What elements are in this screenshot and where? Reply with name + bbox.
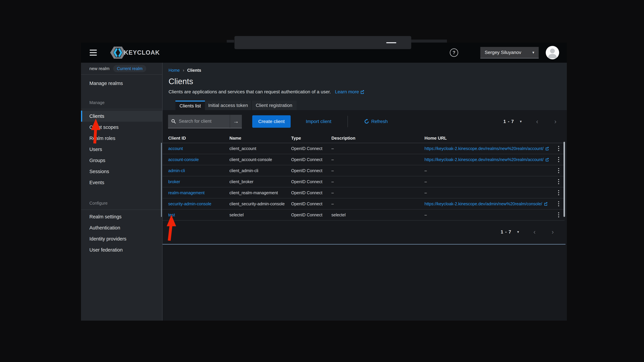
keycloak-admin-window: KEYCLOAK ? Sergey Siluyanov ▾ new re [81, 42, 567, 321]
sidebar-item-clients[interactable]: Clients [81, 111, 162, 122]
tab-initial-access-token[interactable]: Initial access token [205, 100, 252, 110]
sidebar-item-groups[interactable]: Groups [81, 155, 162, 166]
kebab-menu-button[interactable] [553, 190, 564, 195]
col-home-url: Home URL [424, 136, 553, 141]
search-input[interactable] [178, 118, 226, 124]
external-link-icon [360, 90, 364, 94]
client-id-link[interactable]: account [168, 146, 183, 151]
pagination-bottom: 1 - 7 ▾ ‹ › [501, 227, 554, 237]
home-url-empty: – [424, 190, 427, 195]
client-id-link[interactable]: security-admin-console [168, 201, 211, 206]
background-window-tab-fragment [234, 36, 411, 49]
pagination-caret-icon[interactable]: ▾ [520, 119, 522, 124]
col-client-id: Client ID [168, 136, 230, 141]
home-url-empty: – [424, 213, 427, 217]
realm-selector[interactable]: new realm Current realm [81, 63, 162, 75]
sidebar-item-user-federation[interactable]: User federation [81, 244, 162, 255]
sidebar-item-realm-settings[interactable]: Realm settings [81, 211, 162, 222]
table-row: account-console client_account-console O… [162, 154, 564, 165]
create-client-button[interactable]: Create client [252, 115, 291, 128]
refresh-icon [364, 119, 369, 124]
kebab-menu-button[interactable] [553, 146, 564, 151]
pagination-range: 1 - 7 [504, 119, 514, 124]
page-header: Home › Clients Clients Clients are appli… [162, 63, 567, 110]
pagination-next-button[interactable]: › [554, 118, 556, 125]
page-title: Clients [168, 77, 193, 86]
user-avatar-icon [546, 46, 559, 59]
table-row: account client_account OpenID Connect – … [162, 143, 564, 154]
kebab-menu-button[interactable] [553, 157, 564, 162]
refresh-button[interactable]: Refresh [364, 119, 388, 124]
external-link-icon [544, 202, 548, 206]
sidebar-item-client-scopes[interactable]: Client scopes [81, 122, 162, 133]
keycloak-logo: KEYCLOAK [110, 45, 160, 60]
table-row: realm-management client_realm-management… [162, 187, 564, 198]
page-description-text: Clients are applications and services th… [168, 89, 331, 94]
brand-text: KEYCLOAK [124, 49, 160, 56]
background-window-strip-right [411, 39, 447, 42]
sidebar: new realm Current realm Manage realms Ma… [81, 63, 162, 321]
search-icon [171, 119, 176, 124]
keycloak-logo-icon [110, 45, 126, 60]
sidebar-item-manage-realms[interactable]: Manage realms [81, 77, 162, 89]
import-client-link[interactable]: Import client [306, 119, 332, 124]
col-type: Type [291, 136, 332, 141]
table-left-edge-line [161, 143, 162, 217]
learn-more-label: Learn more [335, 89, 359, 94]
table-row: broker client_broker OpenID Connect – – [162, 176, 564, 187]
user-menu-dropdown[interactable]: Sergey Siluyanov ▾ [480, 47, 539, 58]
breadcrumb-home-link[interactable]: Home [168, 68, 180, 73]
background-window-strip-left [227, 40, 234, 42]
sidebar-nav-manage: Clients Client scopes Realm roles Users … [81, 109, 162, 188]
sidebar-item-authentication[interactable]: Authentication [81, 222, 162, 233]
kebab-menu-button[interactable] [553, 212, 564, 217]
sidebar-item-users[interactable]: Users [81, 144, 162, 155]
pagination-top: 1 - 7 ▾ ‹ › [504, 115, 556, 128]
pagination-range: 1 - 7 [501, 229, 512, 235]
sidebar-section-configure: Configure [81, 200, 162, 206]
user-avatar[interactable] [546, 46, 559, 59]
tab-client-registration[interactable]: Client registration [252, 100, 296, 110]
client-id-link[interactable]: test [168, 213, 175, 217]
table-scrollbar-line[interactable] [564, 142, 565, 217]
pagination-caret-icon[interactable]: ▾ [517, 230, 519, 234]
user-name: Sergey Siluyanov [485, 50, 521, 55]
sidebar-item-identity-providers[interactable]: Identity providers [81, 233, 162, 244]
current-realm-badge: Current realm [113, 65, 146, 72]
kebab-menu-button[interactable] [553, 201, 564, 206]
kebab-menu-button[interactable] [553, 168, 564, 173]
client-id-link[interactable]: broker [168, 179, 180, 184]
home-url-link[interactable]: https://keycloak-2.kinescope.dev/realms/… [424, 146, 544, 151]
table-header-row: Client ID Name Type Description Home URL [162, 134, 564, 143]
tab-clients-list[interactable]: Clients list [176, 100, 205, 110]
client-id-link[interactable]: realm-management [168, 190, 204, 195]
breadcrumb: Home › Clients [168, 68, 201, 73]
table-row: test selectel OpenID Connect selectel – [162, 210, 564, 221]
background-window-dash [386, 42, 396, 43]
client-id-link[interactable]: account-console [168, 157, 199, 162]
tab-bar: Clients list Initial access token Client… [176, 100, 296, 110]
col-name: Name [230, 136, 291, 141]
sidebar-item-sessions[interactable]: Sessions [81, 166, 162, 177]
screenshot-canvas: KEYCLOAK ? Sergey Siluyanov ▾ new re [0, 0, 644, 362]
table-row: security-admin-console client_security-a… [162, 198, 564, 210]
col-description: Description [332, 136, 424, 141]
hamburger-menu-icon[interactable] [90, 50, 97, 56]
home-url-link[interactable]: https://keycloak-2.kinescope.dev/admin/n… [424, 201, 542, 206]
home-url-empty: – [424, 168, 427, 173]
pagination-prev-button[interactable]: ‹ [534, 228, 536, 236]
sidebar-item-realm-roles[interactable]: Realm roles [81, 133, 162, 144]
main-content: Home › Clients Clients Clients are appli… [162, 63, 567, 321]
home-url-link[interactable]: https://keycloak-2.kinescope.dev/realms/… [424, 157, 544, 162]
clients-table: Client ID Name Type Description Home URL… [162, 134, 564, 221]
help-icon[interactable]: ? [450, 48, 458, 57]
external-link-icon [545, 147, 549, 150]
search-submit-button[interactable]: → [230, 115, 242, 128]
learn-more-link[interactable]: Learn more [335, 89, 364, 94]
client-id-link[interactable]: admin-cli [168, 168, 185, 173]
pagination-prev-button[interactable]: ‹ [536, 118, 538, 125]
sidebar-item-events[interactable]: Events [81, 177, 162, 188]
breadcrumb-separator-icon: › [183, 68, 184, 73]
kebab-menu-button[interactable] [553, 179, 564, 184]
pagination-next-button[interactable]: › [552, 228, 554, 236]
